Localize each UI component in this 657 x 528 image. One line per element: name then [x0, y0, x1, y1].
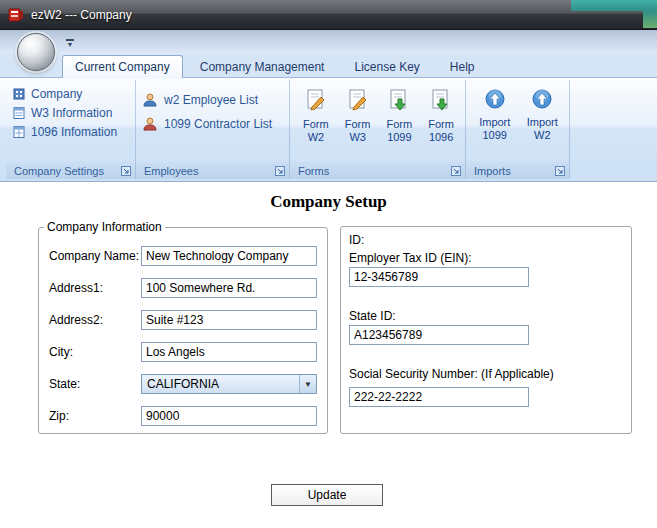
ssn-label: Social Security Number: (If Applicable): [349, 367, 554, 381]
contractor-icon: [142, 116, 158, 132]
group-label: Imports: [474, 165, 511, 177]
title-bar: ezW2 --- Company: [0, 0, 657, 30]
form-print-icon: [429, 88, 453, 115]
ribbon-item-label: 1096 Infomation: [31, 125, 117, 139]
ein-input[interactable]: [349, 267, 529, 287]
company-information-legend: Company Information: [44, 220, 165, 234]
page-title: Company Setup: [0, 192, 657, 212]
group-label: Company Settings: [14, 165, 104, 177]
company-name-label: Company Name:: [49, 249, 139, 263]
ribbon-item-label: w2 Employee List: [164, 93, 258, 107]
group-imports: Import 1099 Import W2 Impor: [466, 80, 570, 179]
address2-label: Address2:: [49, 313, 103, 327]
ribbon-item-label: Company: [31, 87, 82, 101]
quick-access-toolbar-button[interactable]: ▼: [62, 36, 78, 50]
city-input[interactable]: [141, 342, 317, 362]
desktop-background: [571, 0, 657, 11]
ribbon-item-company[interactable]: Company: [12, 84, 131, 103]
company-name-input[interactable]: [141, 246, 317, 266]
state-select-value: CALIFORNIA: [147, 377, 219, 391]
ribbon-item-1096-information[interactable]: 1096 Infomation: [12, 122, 131, 141]
ribbon-tab-bar: Current Company Company Management Licen…: [0, 54, 657, 78]
button-label-line1: Import: [527, 116, 558, 129]
button-label-line2: W2: [534, 129, 551, 142]
dialog-launcher-icon[interactable]: [555, 166, 565, 176]
state-id-input[interactable]: [349, 325, 529, 345]
button-label-line2: W2: [308, 131, 325, 144]
address2-input[interactable]: [141, 310, 317, 330]
ribbon: Company W3 Information 1096 Info: [0, 78, 657, 182]
ribbon-button-import-1099[interactable]: Import 1099: [472, 86, 518, 142]
form-row: Address2:: [39, 310, 327, 332]
main-content: Company Setup Company Information Compan…: [0, 182, 657, 528]
button-label-line1: Form: [345, 118, 371, 131]
ssn-input[interactable]: [349, 387, 529, 407]
state-id-label: State ID:: [349, 309, 396, 323]
ribbon-button-import-w2[interactable]: Import W2: [520, 86, 566, 142]
form-edit-icon: [304, 88, 328, 115]
ribbon-button-form-1096[interactable]: Form 1096: [421, 86, 461, 144]
1096-information-icon: [12, 125, 26, 139]
tab-company-management[interactable]: Company Management: [187, 55, 338, 77]
w3-information-icon: [12, 106, 26, 120]
zip-input[interactable]: [141, 406, 317, 426]
group-label: Employees: [144, 165, 198, 177]
ein-label: Employer Tax ID (EIN):: [349, 251, 471, 265]
button-label-line1: Form: [303, 118, 329, 131]
app-icon: [8, 7, 24, 23]
form-row: Company Name:: [39, 246, 327, 268]
form-row: City:: [39, 342, 327, 364]
ribbon-item-w2-employee-list[interactable]: w2 Employee List: [142, 88, 285, 112]
state-label: State:: [49, 377, 80, 391]
ribbon-item-1099-contractor-list[interactable]: 1099 Contractor List: [142, 112, 285, 136]
address1-input[interactable]: [141, 278, 317, 298]
button-label-line2: W3: [349, 131, 366, 144]
desktop-background: [643, 11, 657, 28]
group-footer-employees: Employees: [136, 162, 289, 179]
ribbon-item-w3-information[interactable]: W3 Information: [12, 103, 131, 122]
ribbon-item-label: 1099 Contractor List: [164, 117, 272, 131]
import-icon: [531, 88, 553, 113]
ribbon-button-form-1099[interactable]: Form 1099: [380, 86, 420, 144]
form-row: Address1:: [39, 278, 327, 300]
tab-help[interactable]: Help: [437, 55, 488, 77]
company-information-groupbox: Company Information Company Name: Addres…: [38, 220, 328, 434]
dialog-launcher-icon[interactable]: [451, 166, 461, 176]
group-company-settings: Company W3 Information 1096 Info: [6, 80, 136, 179]
id-heading: ID:: [349, 233, 364, 247]
button-label-line1: Form: [428, 118, 454, 131]
group-footer-company-settings: Company Settings: [6, 162, 135, 179]
button-label-line2: 1096: [429, 131, 453, 144]
ribbon-button-form-w2[interactable]: Form W2: [296, 86, 336, 144]
id-groupbox: ID: Employer Tax ID (EIN): State ID: Soc…: [340, 226, 632, 434]
state-select[interactable]: CALIFORNIA ▼: [141, 374, 317, 394]
group-footer-forms: Forms: [290, 162, 465, 179]
update-button[interactable]: Update: [271, 484, 383, 506]
tab-current-company[interactable]: Current Company: [62, 55, 183, 78]
company-icon: [12, 87, 26, 101]
form-row: Zip:: [39, 406, 327, 428]
chevron-down-icon: ▼: [67, 42, 74, 48]
city-label: City:: [49, 345, 73, 359]
employee-icon: [142, 92, 158, 108]
dialog-launcher-icon[interactable]: [275, 166, 285, 176]
group-footer-imports: Imports: [466, 162, 569, 179]
chevron-down-icon: ▼: [299, 375, 316, 393]
group-employees: w2 Employee List 1099 Contractor List Em…: [136, 80, 290, 179]
form-row: State: CALIFORNIA ▼: [39, 374, 327, 396]
ribbon-button-form-w3[interactable]: Form W3: [338, 86, 378, 144]
form-edit-icon: [346, 88, 370, 115]
window-frame: [0, 30, 657, 54]
group-forms: Form W2 Form W3: [290, 80, 466, 179]
dialog-launcher-icon[interactable]: [121, 166, 131, 176]
button-label-line1: Import: [479, 116, 510, 129]
address1-label: Address1:: [49, 281, 103, 295]
button-label-line2: 1099: [387, 131, 411, 144]
zip-label: Zip:: [49, 409, 69, 423]
form-print-icon: [387, 88, 411, 115]
button-label-line1: Form: [387, 118, 413, 131]
application-menu-button[interactable]: [17, 33, 55, 71]
window-title: ezW2 --- Company: [31, 8, 132, 22]
import-icon: [484, 88, 506, 113]
tab-license-key[interactable]: License Key: [341, 55, 432, 77]
